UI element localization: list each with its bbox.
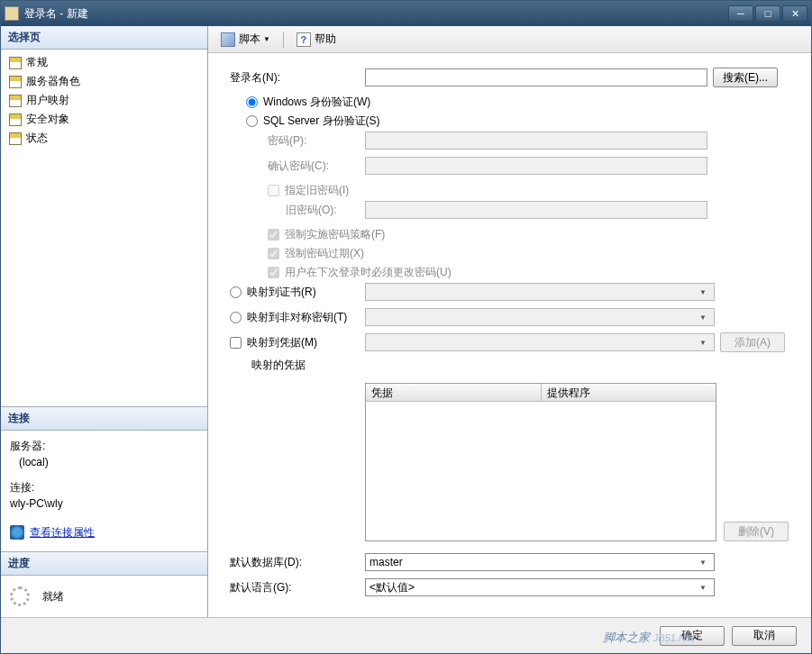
map-asym-label: 映射到非对称密钥(T)	[247, 310, 347, 325]
must-change-label: 用户在下次登录时必须更改密码(U)	[285, 265, 452, 280]
map-cert-radio[interactable]	[230, 286, 242, 298]
dialog-footer: 确定 取消	[1, 617, 811, 653]
default-lang-label: 默认语言(G):	[230, 580, 365, 595]
grid-col-provider: 提供程序	[542, 384, 716, 401]
chevron-down-icon: ▼	[696, 584, 710, 592]
mapped-creds-label: 映射的凭据	[230, 358, 365, 373]
connection-header: 连接	[1, 406, 207, 431]
help-button[interactable]: 帮助	[291, 30, 342, 49]
windows-auth-radio[interactable]	[246, 96, 258, 108]
sql-auth-radio[interactable]	[246, 115, 258, 127]
enforce-expire-label: 强制密码过期(X)	[285, 246, 364, 261]
old-password-input	[365, 201, 707, 219]
map-asym-radio[interactable]	[230, 312, 242, 323]
asym-combo: ▼	[365, 308, 715, 326]
dialog-window: 登录名 - 新建 ─ □ ✕ 选择页 常规 服务器角色 用户映射 安全对象 状态…	[0, 0, 812, 654]
close-button[interactable]: ✕	[782, 5, 807, 22]
server-label: 服务器:	[10, 438, 198, 454]
grid-col-credential: 凭据	[366, 384, 542, 401]
sidebar: 选择页 常规 服务器角色 用户映射 安全对象 状态 连接 服务器: (local…	[1, 26, 208, 617]
spinner-icon	[10, 586, 30, 606]
maximize-button[interactable]: □	[755, 5, 780, 22]
cancel-button[interactable]: 取消	[732, 626, 797, 646]
toolbar-separator	[283, 32, 284, 48]
script-button[interactable]: 脚本▼	[215, 30, 276, 49]
old-password-label: 旧密码(O):	[230, 203, 365, 218]
conn-label: 连接:	[10, 479, 198, 495]
chevron-down-icon: ▼	[696, 288, 710, 296]
chevron-down-icon: ▼	[696, 559, 710, 567]
progress-status: 就绪	[42, 589, 64, 604]
map-cred-label: 映射到凭据(M)	[247, 335, 317, 350]
main-panel: 脚本▼ 帮助 登录名(N): 搜索(E)... Windows 身份验证(W) …	[208, 26, 811, 617]
nav-label: 状态	[26, 131, 48, 146]
nav-status[interactable]: 状态	[1, 129, 207, 148]
nav-server-roles[interactable]: 服务器角色	[1, 72, 207, 91]
page-icon	[9, 76, 22, 88]
login-name-label: 登录名(N):	[230, 70, 365, 86]
map-cert-label: 映射到证书(R)	[247, 285, 316, 300]
form-area: 登录名(N): 搜索(E)... Windows 身份验证(W) SQL Ser…	[208, 53, 811, 617]
minimize-button[interactable]: ─	[728, 5, 753, 22]
ok-button[interactable]: 确定	[660, 626, 725, 646]
confirm-password-input	[365, 157, 707, 175]
app-icon	[5, 6, 19, 21]
map-cred-checkbox[interactable]	[230, 337, 242, 349]
add-button: 添加(A)	[720, 332, 785, 352]
password-label: 密码(P):	[230, 133, 365, 149]
enforce-expire-checkbox	[268, 248, 279, 259]
nav-label: 用户映射	[26, 93, 69, 108]
login-name-input[interactable]	[365, 68, 707, 86]
password-input	[365, 132, 707, 150]
page-icon	[9, 114, 22, 126]
nav-label: 常规	[26, 55, 48, 70]
chevron-down-icon: ▼	[263, 35, 270, 43]
select-page-header: 选择页	[1, 26, 207, 50]
conn-value: wly-PC\wly	[10, 495, 198, 512]
nav-user-mapping[interactable]: 用户映射	[1, 91, 207, 110]
nav-label: 服务器角色	[26, 74, 80, 89]
page-icon	[9, 95, 22, 107]
cred-combo: ▼	[365, 333, 715, 351]
view-connection-properties-link[interactable]: 查看连接属性	[10, 524, 95, 540]
page-icon	[9, 57, 22, 69]
search-button[interactable]: 搜索(E)...	[713, 68, 778, 87]
toolbar: 脚本▼ 帮助	[208, 26, 811, 53]
script-icon	[221, 32, 235, 47]
must-change-checkbox	[268, 267, 279, 278]
default-lang-combo[interactable]: <默认值>▼	[365, 578, 715, 596]
help-icon	[297, 32, 311, 47]
titlebar[interactable]: 登录名 - 新建 ─ □ ✕	[1, 1, 811, 26]
nav-securables[interactable]: 安全对象	[1, 110, 207, 129]
nav-label: 安全对象	[26, 112, 69, 127]
connection-info: 服务器: (local) 连接: wly-PC\wly 查看连接属性	[1, 431, 207, 551]
progress-panel: 就绪	[1, 576, 207, 617]
enforce-policy-label: 强制实施密码策略(F)	[285, 227, 385, 242]
nav-general[interactable]: 常规	[1, 53, 207, 72]
windows-auth-label: Windows 身份验证(W)	[263, 95, 370, 110]
server-value: (local)	[19, 454, 198, 470]
chevron-down-icon: ▼	[696, 339, 710, 347]
specify-old-checkbox	[268, 185, 279, 196]
properties-icon	[10, 525, 24, 540]
default-db-combo[interactable]: master▼	[365, 553, 715, 571]
chevron-down-icon: ▼	[696, 313, 710, 322]
window-title: 登录名 - 新建	[24, 6, 728, 22]
sql-auth-label: SQL Server 身份验证(S)	[263, 114, 380, 129]
cert-combo: ▼	[365, 283, 715, 301]
enforce-policy-checkbox	[268, 229, 279, 241]
page-icon	[9, 132, 22, 145]
remove-button: 删除(V)	[724, 522, 789, 541]
confirm-password-label: 确认密码(C):	[230, 159, 365, 174]
credentials-grid[interactable]: 凭据 提供程序	[365, 383, 716, 541]
specify-old-label: 指定旧密码(I)	[285, 183, 349, 198]
page-nav-list: 常规 服务器角色 用户映射 安全对象 状态	[1, 50, 207, 151]
progress-header: 进度	[1, 551, 207, 576]
default-db-label: 默认数据库(D):	[230, 555, 365, 570]
